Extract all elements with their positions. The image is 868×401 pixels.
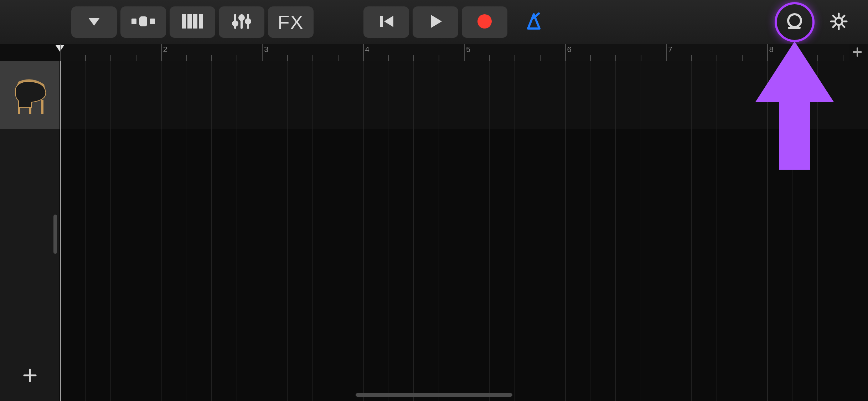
svg-rect-3 <box>150 19 155 24</box>
play-button[interactable] <box>413 6 458 38</box>
bar-number: 3 <box>264 45 268 54</box>
svg-rect-14 <box>380 16 383 27</box>
track-header[interactable] <box>0 61 60 129</box>
play-icon <box>427 13 444 31</box>
svg-point-22 <box>835 18 842 25</box>
mixer-faders-icon <box>232 13 252 31</box>
track-view-button[interactable] <box>120 6 166 38</box>
tracks-area <box>0 61 868 401</box>
top-toolbar: FX <box>0 0 868 44</box>
svg-point-17 <box>477 14 492 29</box>
keyboard-view-button[interactable] <box>170 6 215 38</box>
plus-icon <box>21 367 38 385</box>
svg-rect-34 <box>29 107 31 114</box>
svg-rect-2 <box>139 16 147 26</box>
svg-rect-1 <box>131 19 136 24</box>
svg-rect-6 <box>193 14 197 29</box>
plus-icon <box>852 47 863 59</box>
bar-number: 7 <box>668 45 672 54</box>
add-track-button[interactable] <box>0 351 60 401</box>
svg-rect-35 <box>41 100 43 114</box>
grand-piano-icon <box>9 74 51 117</box>
settings-gear-icon <box>830 12 848 32</box>
track-view-icon <box>131 14 156 30</box>
bar-number: 4 <box>365 45 370 54</box>
svg-rect-7 <box>199 14 203 29</box>
rewind-button[interactable] <box>363 6 409 38</box>
add-section-button[interactable] <box>849 44 866 61</box>
svg-line-29 <box>842 16 844 18</box>
loop-browser-button[interactable] <box>777 4 812 40</box>
svg-marker-16 <box>431 15 442 28</box>
settings-button[interactable] <box>816 6 862 38</box>
rewind-icon <box>378 13 395 31</box>
metronome-button[interactable] <box>511 6 557 38</box>
playhead[interactable] <box>60 61 61 401</box>
record-icon <box>476 13 493 31</box>
svg-rect-33 <box>18 107 20 114</box>
fx-button[interactable]: FX <box>268 6 314 38</box>
svg-line-30 <box>833 25 835 27</box>
timeline-ruler[interactable]: 2345678 <box>60 44 868 61</box>
transport-group <box>363 6 557 38</box>
bar-number: 6 <box>567 45 572 54</box>
scroll-thumb[interactable] <box>53 215 57 254</box>
view-menu-button[interactable] <box>71 6 117 38</box>
svg-marker-15 <box>384 16 393 27</box>
svg-rect-5 <box>187 14 192 29</box>
mixer-button[interactable] <box>219 6 264 38</box>
svg-rect-4 <box>182 14 186 29</box>
track-headers-column <box>0 61 60 401</box>
view-controls-group: FX <box>71 6 314 38</box>
fx-label: FX <box>278 12 304 32</box>
svg-line-28 <box>842 25 844 27</box>
svg-point-12 <box>239 16 244 20</box>
svg-marker-18 <box>528 14 539 29</box>
piano-keys-icon <box>182 13 203 31</box>
loop-icon <box>785 11 805 32</box>
svg-marker-0 <box>88 18 100 26</box>
bar-number: 2 <box>163 45 167 54</box>
home-indicator <box>356 393 512 397</box>
svg-point-11 <box>233 21 237 26</box>
bar-number: 8 <box>769 45 774 54</box>
svg-line-27 <box>833 16 835 18</box>
chevron-down-icon <box>86 14 102 30</box>
track-lanes[interactable] <box>60 61 868 401</box>
metronome-icon <box>525 12 543 32</box>
svg-point-20 <box>788 14 801 27</box>
right-controls-group <box>777 4 862 40</box>
bar-number: 5 <box>466 45 470 54</box>
svg-point-13 <box>246 19 250 24</box>
record-button[interactable] <box>462 6 507 38</box>
